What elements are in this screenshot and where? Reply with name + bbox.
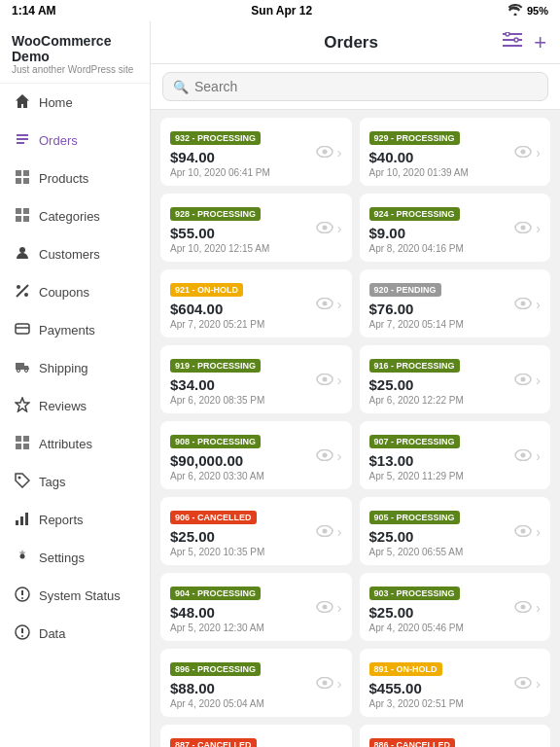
order-actions: ›	[514, 220, 541, 237]
order-card: 907 - PROCESSING $13.00 Apr 5, 2020 11:2…	[360, 421, 551, 489]
coupons-nav-icon	[14, 283, 31, 302]
order-date: Apr 4, 2020 05:04 AM	[170, 698, 312, 709]
order-status-badge: 928 - PROCESSING	[170, 207, 261, 221]
sidebar-item-home[interactable]: Home	[0, 84, 150, 122]
order-card: 924 - PROCESSING $9.00 Apr 8, 2020 04:16…	[360, 194, 551, 262]
order-amount: $34.00	[170, 376, 312, 393]
sidebar-item-shipping[interactable]: Shipping	[0, 349, 150, 387]
sidebar-item-categories[interactable]: Categories	[0, 197, 150, 235]
view-icon[interactable]	[514, 523, 532, 541]
sidebar-item-orders[interactable]: Orders	[0, 122, 150, 160]
chevron-right-icon[interactable]: ›	[536, 676, 541, 692]
order-actions: ›	[316, 296, 342, 313]
view-icon[interactable]	[514, 675, 532, 693]
order-date: Apr 7, 2020 05:21 PM	[170, 319, 312, 330]
view-icon[interactable]	[316, 296, 333, 313]
svg-point-69	[322, 681, 327, 686]
order-date: Apr 10, 2020 06:41 PM	[170, 167, 312, 178]
view-icon[interactable]	[316, 523, 333, 541]
chevron-right-icon[interactable]: ›	[337, 448, 342, 464]
sidebar-item-reports[interactable]: Reports	[0, 501, 150, 539]
sidebar-item-attributes[interactable]: Attributes	[0, 425, 150, 463]
sidebar-label-data: Data	[39, 626, 65, 641]
sidebar-label-system-status: System Status	[39, 588, 121, 603]
order-card: 932 - PROCESSING $94.00 Apr 10, 2020 06:…	[160, 118, 352, 186]
view-icon[interactable]	[316, 675, 333, 693]
reviews-nav-icon	[14, 397, 31, 415]
order-card: 921 - ON-HOLD $604.00 Apr 7, 2020 05:21 …	[160, 269, 352, 338]
order-content: 924 - PROCESSING $9.00 Apr 8, 2020 04:16…	[369, 203, 511, 254]
search-input[interactable]	[194, 79, 538, 94]
sidebar-item-tags[interactable]: Tags	[0, 463, 150, 501]
svg-point-39	[514, 38, 518, 42]
sidebar-item-settings[interactable]: Settings	[0, 539, 150, 577]
chevron-right-icon[interactable]: ›	[337, 524, 342, 540]
svg-rect-26	[20, 516, 23, 525]
sidebar-item-products[interactable]: Products	[0, 160, 150, 197]
view-icon[interactable]	[514, 372, 532, 389]
chevron-right-icon[interactable]: ›	[536, 145, 541, 160]
sidebar-label-shipping: Shipping	[39, 361, 88, 375]
chevron-right-icon[interactable]: ›	[337, 373, 342, 388]
home-nav-icon	[14, 93, 31, 112]
order-date: Apr 6, 2020 08:35 PM	[170, 395, 312, 406]
sidebar-nav: Home Orders Products Categories Customer…	[0, 84, 150, 653]
chevron-right-icon[interactable]: ›	[536, 373, 541, 388]
order-card: 916 - PROCESSING $25.00 Apr 6, 2020 12:2…	[360, 345, 551, 413]
svg-point-41	[322, 150, 327, 155]
status-date: Sun Apr 12	[251, 4, 312, 18]
order-content: 932 - PROCESSING $94.00 Apr 10, 2020 06:…	[170, 127, 312, 178]
status-icons: 95%	[508, 4, 548, 18]
sidebar-item-system-status[interactable]: System Status	[0, 577, 150, 615]
view-icon[interactable]	[316, 144, 333, 161]
chevron-right-icon[interactable]: ›	[337, 600, 342, 616]
sidebar-item-payments[interactable]: Payments	[0, 311, 150, 349]
chevron-right-icon[interactable]: ›	[337, 676, 342, 692]
order-card: 929 - PROCESSING $40.00 Apr 10, 2020 01:…	[360, 118, 551, 186]
view-icon[interactable]	[316, 599, 333, 617]
search-wrapper[interactable]: 🔍	[162, 72, 548, 101]
view-icon[interactable]	[514, 599, 532, 617]
sidebar-label-coupons: Coupons	[39, 285, 89, 300]
chevron-right-icon[interactable]: ›	[536, 297, 541, 312]
svg-point-14	[24, 293, 28, 297]
chevron-right-icon[interactable]: ›	[536, 221, 541, 236]
order-amount: $40.00	[369, 149, 511, 165]
chevron-right-icon[interactable]: ›	[337, 145, 342, 160]
sidebar-item-reviews[interactable]: Reviews	[0, 387, 150, 425]
order-status-badge: 896 - PROCESSING	[170, 662, 261, 676]
svg-point-43	[521, 150, 526, 155]
sidebar-item-data[interactable]: Data	[0, 615, 150, 653]
view-icon[interactable]	[514, 144, 532, 161]
svg-rect-21	[23, 436, 29, 442]
order-content: 906 - CANCELLED $25.00 Apr 5, 2020 10:35…	[170, 507, 312, 557]
view-icon[interactable]	[316, 447, 333, 465]
sidebar-item-customers[interactable]: Customers	[0, 235, 150, 273]
chevron-right-icon[interactable]: ›	[536, 448, 541, 464]
chevron-right-icon[interactable]: ›	[536, 600, 541, 616]
order-content: 908 - PROCESSING $90,000.00 Apr 6, 2020 …	[170, 431, 312, 481]
svg-point-45	[322, 226, 327, 231]
order-status-badge: 929 - PROCESSING	[369, 131, 460, 145]
sidebar-item-coupons[interactable]: Coupons	[0, 273, 150, 311]
chevron-right-icon[interactable]: ›	[337, 297, 342, 312]
chevron-right-icon[interactable]: ›	[536, 524, 541, 540]
view-icon[interactable]	[514, 447, 532, 465]
order-status-badge: 921 - ON-HOLD	[170, 283, 243, 297]
view-icon[interactable]	[514, 296, 532, 313]
add-order-button[interactable]: +	[532, 28, 548, 57]
sidebar-label-customers: Customers	[39, 247, 100, 262]
view-icon[interactable]	[316, 220, 333, 237]
view-icon[interactable]	[514, 220, 532, 237]
filter-icon[interactable]	[501, 30, 524, 54]
top-bar-actions: +	[501, 28, 548, 57]
sidebar-header: WooCommerce Demo Just another WordPress …	[0, 21, 150, 84]
view-icon[interactable]	[316, 372, 333, 389]
brand-name: WooCommerce Demo	[12, 33, 138, 64]
sidebar-label-attributes: Attributes	[39, 437, 92, 451]
order-amount: $76.00	[369, 301, 511, 317]
chevron-right-icon[interactable]: ›	[337, 221, 342, 236]
order-amount: $55.00	[170, 225, 312, 241]
order-amount: $604.00	[170, 301, 312, 317]
sidebar-label-products: Products	[39, 171, 88, 186]
